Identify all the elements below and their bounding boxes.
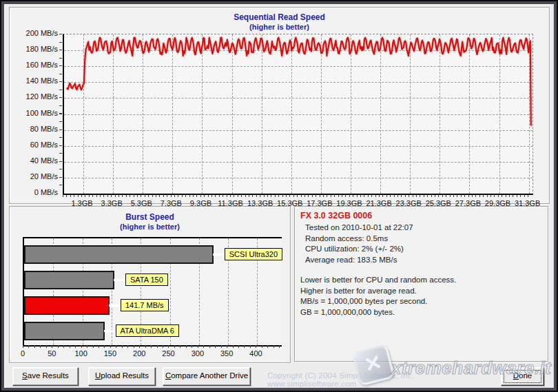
burst-plot-area: SCSI Ultra320SATA 150141.7 MB/sATA Ultra… — [23, 237, 282, 347]
save-results-button[interactable]: Save Results — [12, 367, 79, 386]
sequential-plot-area — [63, 34, 533, 195]
drive-stat-line: Average read: 183.5 MB/s — [300, 255, 542, 266]
burst-x-axis-label: 400 — [244, 349, 267, 358]
burst-x-axis-label: 200 — [127, 349, 151, 358]
y-axis-label: 80 MB/s — [15, 125, 58, 133]
burst-x-axis-label: 100 — [70, 349, 93, 358]
y-axis-label: 20 MB/s — [15, 172, 58, 180]
burst-minor-ticks — [23, 345, 280, 348]
explanatory-notes: Lower is better for CPU and random acces… — [300, 275, 542, 318]
y-axis-label: 40 MB/s — [15, 156, 58, 165]
note-line: Higher is better for average read. — [300, 286, 542, 297]
burst-x-axis-label: 350 — [215, 349, 238, 358]
burst-x-axis-label: 250 — [157, 349, 180, 358]
note-line: MB/s = 1,000,000 bytes per second. — [300, 296, 542, 307]
burst-speed-panel: Burst Speed (higher is better) SCSI Ultr… — [9, 206, 291, 363]
bar-label: SCSI Ultra320 — [225, 248, 282, 260]
note-line: GB = 1,000,000,000 bytes. — [300, 307, 542, 318]
burst-x-axis-label: 300 — [186, 349, 209, 358]
reference-speed-bar — [24, 271, 114, 289]
burst-x-axis-label: 150 — [99, 349, 122, 358]
bar-label: ATA UltraDMA 6 — [116, 324, 179, 337]
y-axis-label: 180 MB/s — [15, 45, 58, 53]
burst-x-axis-label: 50 — [40, 349, 63, 358]
drive-stat-line: CPU utilization: 2% (+/- 2%) — [300, 244, 542, 255]
y-axis-label: 120 MB/s — [15, 92, 58, 101]
upload-results-button[interactable]: Upload Results — [88, 367, 156, 386]
copyright-text: Copyright (C) 2004 Simpli Software, Inc.… — [267, 371, 495, 388]
measured-speed-bar — [24, 296, 110, 315]
bar-label-connector — [213, 254, 225, 256]
drive-info-panel: FX 3.0 32GB 0006 Tested on 2010-10-01 at… — [294, 206, 548, 362]
y-axis-label: 160 MB/s — [15, 61, 58, 69]
read-speed-polyline — [67, 38, 531, 125]
bar-label: SATA 150 — [125, 274, 168, 286]
bar-label: 141.7 MB/s — [121, 299, 169, 311]
sequential-chart-title: Sequential Read Speed — [10, 12, 549, 22]
y-minor-ticks — [59, 34, 62, 193]
y-axis-label: 60 MB/s — [15, 141, 58, 149]
y-axis-label: 100 MB/s — [15, 109, 58, 117]
burst-chart-subtitle: (higher is better) — [10, 223, 290, 231]
drive-stats: Tested on 2010-10-01 at 22:07Random acce… — [300, 223, 542, 265]
bar-label-connector — [109, 305, 121, 307]
reference-speed-bar — [24, 322, 105, 340]
spacer — [300, 265, 542, 275]
sequential-chart-subtitle: (higher is better) — [10, 23, 549, 31]
reference-speed-bar — [24, 245, 214, 264]
y-axis-label: 200 MB/s — [15, 29, 58, 37]
drive-stat-line: Random access: 0.5ms — [300, 234, 542, 245]
y-axis-label: 140 MB/s — [15, 76, 58, 85]
drive-stat-line: Tested on 2010-10-01 at 22:07 — [300, 223, 542, 234]
burst-chart-title: Burst Speed — [10, 212, 290, 222]
drive-name: FX 3.0 32GB 0006 — [300, 211, 542, 220]
compare-another-drive-button[interactable]: Compare Another Drive — [163, 367, 251, 386]
done-button[interactable]: Done — [501, 367, 544, 386]
sequential-read-line — [64, 34, 533, 194]
y-axis-label: 0 MB/s — [15, 188, 58, 196]
sequential-read-panel: Sequential Read Speed (higher is better)… — [9, 7, 550, 204]
x-minor-ticks — [63, 194, 531, 197]
bar-label-connector — [114, 279, 125, 281]
note-line: Lower is better for CPU and random acces… — [300, 275, 542, 286]
burst-x-axis-label: 0 — [11, 349, 34, 358]
bar-label-connector — [104, 330, 116, 332]
